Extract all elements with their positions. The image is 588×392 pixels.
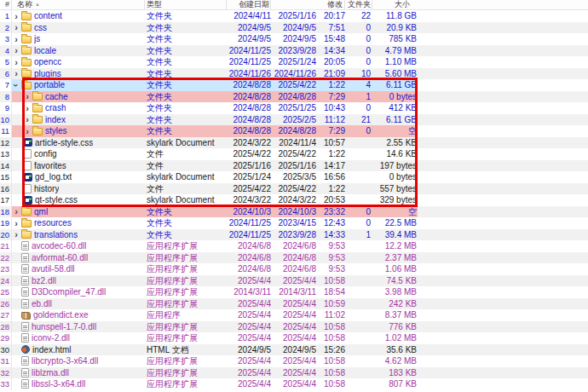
folder-count-cell: 10	[345, 68, 372, 80]
folder-count-cell: 0	[345, 102, 372, 114]
table-row[interactable]: 26›eb.dll应用程序扩展2025/4/42025/4/410:59242 …	[0, 298, 588, 310]
row-filler	[417, 298, 588, 310]
column-header-type[interactable]: 类型	[145, 0, 227, 9]
table-row[interactable]: 33›libssl-3-x64.dll应用程序扩展2025/4/42025/4/…	[0, 378, 588, 390]
modified-date-cell: 2025/1/24	[271, 56, 316, 68]
table-row[interactable]: 16history文件2025/4/222025/4/221:22557 byt…	[0, 183, 588, 195]
expand-chevron-icon[interactable]: ›	[23, 114, 32, 124]
name-cell: config	[12, 148, 145, 160]
name-cell: ›qml	[12, 206, 145, 218]
dll-icon	[21, 368, 29, 378]
expand-chevron-icon[interactable]: ›	[12, 81, 21, 89]
table-row[interactable]: 12article-style.cssskylark Document2024/…	[0, 137, 588, 149]
expand-chevron-icon[interactable]: ›	[12, 11, 20, 21]
table-row[interactable]: 20›translations文件夹2024/11/252023/9/2814:…	[0, 229, 588, 241]
modified-time-cell: 15:48	[316, 33, 345, 45]
expand-chevron-icon[interactable]: ›	[12, 218, 20, 228]
row-filler	[417, 332, 588, 344]
expand-chevron-icon[interactable]: ›	[12, 34, 20, 44]
expand-chevron-icon[interactable]: ›	[12, 45, 20, 55]
folder-icon	[21, 70, 32, 78]
folder-count-cell	[345, 183, 372, 195]
file-name: opencc	[34, 56, 61, 68]
table-row[interactable]: 23›avutil-58.dll应用程序扩展2024/6/82024/6/89:…	[0, 263, 588, 275]
column-header-modified[interactable]: 修改	[271, 0, 345, 9]
column-header-folders[interactable]: 文件夹	[345, 0, 372, 9]
table-row[interactable]: 7›portable文件夹2024/8/282025/4/221:2246.11…	[0, 79, 588, 91]
expand-chevron-icon[interactable]: ›	[12, 68, 20, 78]
expand-chevron-icon[interactable]: ›	[12, 57, 20, 67]
column-header-created[interactable]: 创建日期	[227, 0, 271, 9]
type-cell: 文件夹	[145, 10, 227, 22]
table-row[interactable]: 15gd_log.txtskylark Document2025/1/24202…	[0, 171, 588, 183]
row-number-cell: 17	[0, 194, 12, 206]
expand-chevron-icon[interactable]: ›	[23, 126, 32, 136]
table-row[interactable]: 5›opencc文件夹2024/11/252025/1/2420:0501.10…	[0, 56, 588, 68]
created-date-cell: 2024/3/22	[227, 194, 271, 206]
table-row[interactable]: 32›liblzma.dll应用程序扩展2025/4/42025/4/410:5…	[0, 367, 588, 379]
folder-count-cell	[345, 332, 372, 344]
table-row[interactable]: 25›D3Dcompiler_47.dll应用程序扩展2014/3/112014…	[0, 286, 588, 298]
type-cell: 应用程序扩展	[145, 332, 227, 344]
modified-time-cell: 20:05	[316, 56, 345, 68]
type-cell: 应用程序扩展	[145, 252, 227, 264]
row-number-cell: 24	[0, 275, 12, 287]
table-row[interactable]: 28›hunspell-1.7-0.dll应用程序扩展2025/4/42025/…	[0, 321, 588, 333]
column-header-name[interactable]: 名称▲	[12, 0, 145, 9]
file-table-body: 1›content文件夹2024/4/112025/1/1620:172211.…	[0, 10, 588, 390]
table-row[interactable]: 11›styles文件夹2024/8/282024/8/287:290空	[0, 125, 588, 137]
table-row[interactable]: 29›iconv-2.dll应用程序扩展2025/4/42025/4/410:5…	[0, 332, 588, 344]
size-cell: 35.6 KB	[372, 344, 417, 356]
modified-time-cell: 14:33	[316, 229, 345, 241]
table-row[interactable]: 2›css文件夹2024/9/52024/9/57:51020.9 KB	[0, 22, 588, 34]
table-row[interactable]: 13config文件2025/4/222025/4/221:2214.6 KB	[0, 148, 588, 160]
dll-icon	[21, 276, 29, 285]
file-name: cache	[45, 91, 68, 103]
folder-icon	[32, 128, 43, 135]
dll-icon	[21, 379, 29, 389]
size-cell: 197 bytes	[372, 160, 417, 172]
column-header-number[interactable]: #	[0, 0, 12, 9]
expand-chevron-icon[interactable]: ›	[12, 229, 20, 239]
row-number-cell: 12	[0, 137, 12, 149]
table-row[interactable]: 9›crash文件夹2024/8/282025/1/2510:430412 KB	[0, 102, 588, 114]
row-filler	[417, 252, 588, 264]
table-row[interactable]: 24›bz2.dll应用程序扩展2025/4/42025/4/410:5874.…	[0, 275, 588, 287]
expand-chevron-icon[interactable]: ›	[12, 206, 20, 216]
table-row[interactable]: 22›avformat-60.dll应用程序扩展2024/6/82024/6/8…	[0, 252, 588, 264]
expand-chevron-icon[interactable]: ›	[23, 103, 32, 113]
expand-chevron-icon[interactable]: ›	[12, 22, 20, 32]
table-row[interactable]: 10›index文件夹2024/8/282025/2/511:12216.11 …	[0, 114, 588, 126]
table-row[interactable]: 3›js文件夹2024/9/52024/9/515:480785 KB	[0, 33, 588, 45]
modified-date-cell: 2025/1/16	[271, 160, 316, 172]
folder-icon	[21, 13, 32, 20]
table-row[interactable]: 17qt-style.cssskylark Document2024/3/222…	[0, 194, 588, 206]
modified-time-cell: 10:58	[316, 275, 345, 287]
table-row[interactable]: 30›index.htmlHTML 文档2024/9/52024/9/515:2…	[0, 344, 588, 356]
file-name: libcrypto-3-x64.dll	[32, 355, 98, 367]
table-row[interactable]: 8›cache文件夹2024/8/282024/8/287:2910 bytes	[0, 91, 588, 103]
row-number-cell: 11	[0, 125, 12, 137]
modified-date-cell: 2025/4/4	[271, 332, 316, 344]
table-row[interactable]: 27›goldendict.exe应用程序2025/4/42025/4/411:…	[0, 309, 588, 321]
table-row[interactable]: 18›qml文件夹2024/10/32024/10/323:320空	[0, 206, 588, 218]
table-row[interactable]: 21›avcodec-60.dll应用程序扩展2024/6/82024/6/89…	[0, 240, 588, 252]
size-cell: 6.11 GB	[372, 114, 417, 126]
table-row[interactable]: 1›content文件夹2024/4/112025/1/1620:172211.…	[0, 10, 588, 22]
file-name: eb.dll	[32, 298, 52, 310]
name-cell: ›liblzma.dll	[12, 367, 145, 379]
expand-chevron-icon[interactable]: ›	[23, 91, 32, 101]
table-row[interactable]: 6›plugins文件夹2024/11/262024/11/2621:09105…	[0, 68, 588, 80]
dll-icon	[21, 333, 29, 343]
modified-date-cell: 2025/4/4	[271, 309, 316, 321]
table-row[interactable]: 4›locale文件夹2024/11/252023/9/2814:3404.79…	[0, 45, 588, 57]
row-number-cell: 21	[0, 240, 12, 252]
folder-count-cell	[345, 275, 372, 287]
row-number-cell: 19	[0, 217, 12, 229]
table-row[interactable]: 31›libcrypto-3-x64.dll应用程序扩展2025/4/42025…	[0, 355, 588, 367]
table-row[interactable]: 14favorites文件2025/1/162025/1/1614:17197 …	[0, 160, 588, 172]
created-date-cell: 2025/4/4	[227, 298, 271, 310]
table-row[interactable]: 19›resources文件夹2024/11/252023/4/1512:430…	[0, 217, 588, 229]
column-header-size[interactable]: 大小	[372, 0, 417, 9]
file-icon	[24, 149, 32, 159]
